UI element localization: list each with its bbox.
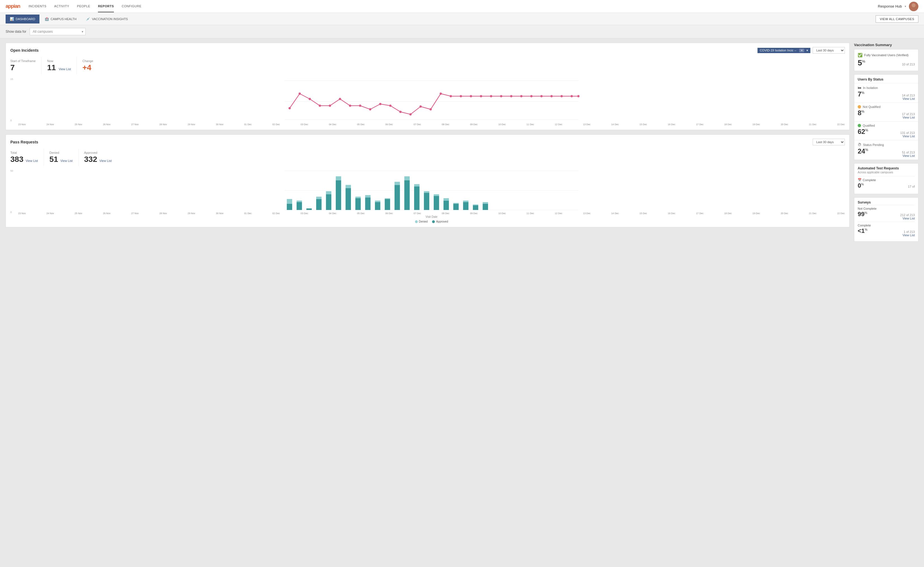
isolation-count: 14 of 213 [901, 94, 915, 97]
denied-stat: Denied 51 View List [44, 149, 78, 166]
pending-view-list[interactable]: View List [903, 154, 915, 158]
svg-point-10 [339, 98, 341, 100]
svg-rect-54 [365, 195, 370, 197]
isolation-percent: 7% [858, 90, 864, 98]
open-incidents-x-labels: 23 Nov 24 Nov 25 Nov 26 Nov 27 Nov 28 No… [18, 123, 845, 126]
survey-not-complete-view-list[interactable]: View List [901, 217, 915, 220]
tab-dashboard[interactable]: 📊 DASHBOARD [6, 15, 39, 24]
not-qualified-right: 17 of 213 View List [901, 112, 915, 119]
avatar[interactable] [909, 2, 918, 11]
nav-activity[interactable]: ACTIVITY [54, 0, 69, 12]
svg-point-28 [520, 95, 522, 97]
campus-filter-select[interactable]: All campuses [30, 28, 86, 35]
filter-tag-dropdown-icon: ▾ [807, 49, 808, 52]
svg-rect-75 [473, 205, 478, 210]
qualified-stats: 62% 131 of 213 View List [858, 128, 915, 138]
denied-view-list-link[interactable]: View List [60, 159, 73, 162]
svg-rect-65 [424, 193, 429, 210]
survey-complete-view-list[interactable]: View List [903, 234, 915, 237]
approved-legend-dot [432, 220, 435, 223]
vacc-percent: 5% [858, 58, 865, 68]
pass-requests-time-filter-wrapper: Last 30 days Last 7 days Last 60 days [813, 139, 845, 146]
svg-point-20 [439, 93, 442, 95]
auto-test-complete-label: 📅 Complete [858, 178, 915, 182]
chart-legend: Denied Approved [18, 220, 845, 223]
start-timeframe-value: 7 [11, 63, 36, 72]
svg-rect-69 [444, 201, 449, 210]
isolation-view-list[interactable]: View List [903, 97, 915, 100]
svg-rect-78 [483, 202, 488, 204]
svg-point-30 [540, 95, 543, 97]
svg-point-25 [490, 95, 492, 97]
not-qualified-count: 17 of 213 [901, 112, 915, 116]
svg-rect-42 [306, 208, 312, 210]
survey-not-complete-count: 212 of 213 [900, 213, 915, 217]
not-qualified-view-list[interactable]: View List [903, 116, 915, 119]
svg-point-24 [480, 95, 482, 97]
y-tick-15: 15 [11, 78, 13, 81]
svg-rect-48 [336, 176, 341, 180]
now-view-list-link[interactable]: View List [59, 68, 71, 71]
svg-rect-62 [404, 176, 410, 180]
svg-rect-47 [336, 180, 341, 210]
svg-rect-45 [326, 194, 331, 210]
nav-incidents[interactable]: INCIDENTS [29, 0, 47, 12]
approved-view-list-link[interactable]: View List [99, 159, 111, 162]
vacc-stats-row: 5% 10 of 213 [858, 58, 915, 68]
svg-rect-40 [296, 202, 302, 210]
change-value: +4 [82, 63, 93, 72]
survey-not-complete-label: Not Complete [858, 207, 915, 210]
svg-rect-55 [375, 202, 380, 210]
pass-requests-stats: Total 383 View List Denied 51 View List … [11, 149, 845, 166]
start-timeframe-label: Start of Timeframe [11, 59, 36, 63]
vacc-item: ✅ Fully Vaccinated Users (Verified) [858, 53, 915, 57]
tab-campus-health-label: CAMPUS HEALTH [51, 17, 77, 21]
campus-health-icon: 🏥 [45, 17, 49, 21]
svg-rect-38 [287, 204, 292, 210]
open-incidents-header: Open Incidents COVID-19 Isolation Incic … [11, 47, 845, 54]
nav-configure[interactable]: CONFIGURE [122, 0, 141, 12]
svg-point-21 [450, 95, 452, 97]
view-all-campuses-button[interactable]: VIEW ALL CAMPUSES [876, 15, 918, 22]
open-incidents-stats: Start of Timeframe 7 Now 11 View List Ch… [11, 57, 845, 74]
not-qualified-stats: 8% 17 of 213 View List [858, 109, 915, 119]
not-qualified-icon [858, 105, 861, 108]
open-incidents-time-filter[interactable]: Last 30 days Last 7 days Last 60 days [813, 47, 845, 54]
svg-point-1 [910, 8, 917, 11]
nav-reports[interactable]: REPORTS [98, 0, 114, 12]
vaccination-summary-title: Vaccination Summary [854, 43, 918, 47]
tab-vaccination-insights[interactable]: 💉 VACCINATION INSIGHTS [82, 15, 132, 24]
svg-point-22 [460, 95, 462, 97]
incident-filter-label: COVID-19 Isolation Incic -- [760, 49, 796, 52]
appian-logo: appian [6, 3, 20, 9]
pass-requests-time-filter[interactable]: Last 30 days Last 7 days Last 60 days [813, 139, 845, 146]
svg-rect-64 [414, 184, 420, 186]
svg-point-26 [500, 95, 502, 97]
response-hub-label[interactable]: Response Hub [878, 4, 902, 8]
qualified-count: 131 of 213 [900, 131, 915, 135]
svg-point-23 [470, 95, 472, 97]
filter-bar-label: Show data for [6, 30, 26, 33]
svg-rect-66 [424, 191, 429, 193]
line-chart-svg [18, 78, 845, 123]
qualified-right: 131 of 213 View List [900, 131, 915, 138]
qualified-view-list[interactable]: View List [901, 135, 915, 138]
svg-rect-74 [463, 201, 468, 202]
survey-not-complete-percent: 99% [858, 210, 867, 218]
isolation-name: In Isolation [863, 86, 878, 90]
incident-filter-tag: COVID-19 Isolation Incic -- ✕ ▾ [757, 48, 810, 53]
qualified-percent: 62% [858, 128, 868, 136]
svg-rect-76 [473, 204, 478, 205]
bar-chart-svg [18, 170, 845, 212]
tab-campus-health[interactable]: 🏥 CAMPUS HEALTH [41, 15, 81, 24]
total-view-list-link[interactable]: View List [26, 159, 38, 162]
time-filter-wrapper: Last 30 days Last 7 days Last 60 days [813, 47, 845, 54]
svg-rect-53 [365, 197, 370, 210]
svg-rect-39 [287, 199, 292, 204]
nav-people[interactable]: PEOPLE [77, 0, 90, 12]
qualified-icon [858, 124, 861, 127]
survey-complete-right: 1 of 213 View List [901, 230, 915, 237]
automated-tests-section: Automated Test Requests Across applicabl… [854, 163, 918, 194]
dropdown-arrow-icon: ▾ [905, 5, 906, 8]
change-label: Change [82, 59, 93, 63]
